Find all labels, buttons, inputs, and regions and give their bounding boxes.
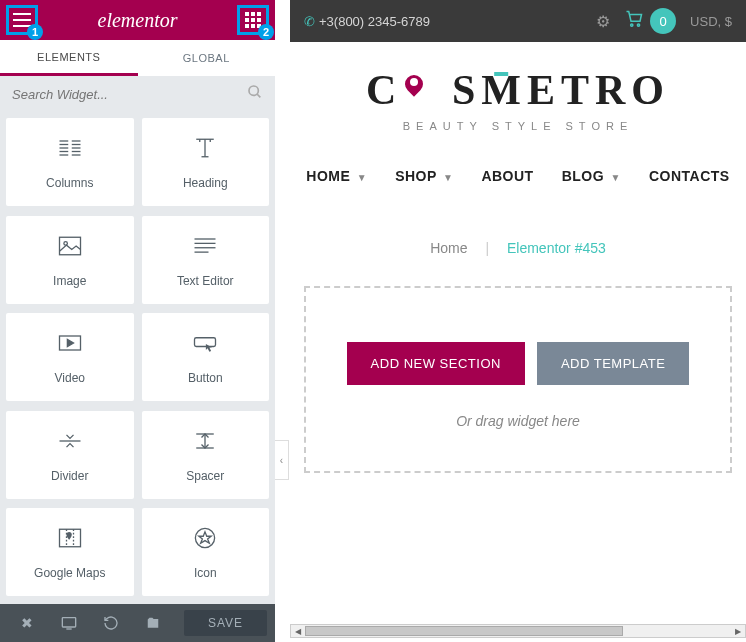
panel-header: 1 elementor 2 <box>0 0 275 40</box>
cart-count: 0 <box>650 8 676 34</box>
widget-label: Google Maps <box>34 566 105 580</box>
widget-divider[interactable]: Divider <box>6 411 134 499</box>
brand-accent-icon <box>494 72 508 76</box>
widgets-grid: ColumnsHeadingImageText EditorVideoButto… <box>0 112 275 604</box>
widget-label: Columns <box>46 176 93 190</box>
search-input[interactable] <box>12 87 247 102</box>
widget-spacer[interactable]: Spacer <box>142 411 270 499</box>
widget-label: Button <box>188 371 223 385</box>
site-topbar: ✆+3(800) 2345-6789 ⚙ 0 USD, $ <box>290 0 746 42</box>
search-bar <box>0 76 275 112</box>
svg-line-1 <box>257 94 260 97</box>
responsive-button[interactable] <box>50 609 88 637</box>
settings-icon[interactable]: ⚙ <box>596 12 610 31</box>
site-branding: C SMETRO BEAUTY STYLE STORE <box>290 42 746 150</box>
widget-label: Text Editor <box>177 274 234 288</box>
widget-label: Video <box>55 371 85 385</box>
annotation-number: 2 <box>258 24 274 40</box>
breadcrumb-current: Elementor #453 <box>507 240 606 256</box>
text-editor-icon <box>191 232 219 264</box>
widget-label: Image <box>53 274 86 288</box>
phone-number: ✆+3(800) 2345-6789 <box>304 14 430 29</box>
nav-item-home[interactable]: HOME ▼ <box>306 168 367 184</box>
cart-button[interactable]: 0 <box>624 8 676 34</box>
heading-icon <box>191 134 219 166</box>
close-button[interactable]: ✖ <box>8 609 46 637</box>
chevron-down-icon: ▼ <box>443 172 453 183</box>
widget-label: Spacer <box>186 469 224 483</box>
columns-icon <box>56 134 84 166</box>
chevron-down-icon: ▼ <box>611 172 621 183</box>
templates-button[interactable] <box>134 609 172 637</box>
annotation-box-1: 1 <box>6 5 38 35</box>
widget-button[interactable]: Button <box>142 313 270 401</box>
breadcrumb: Home | Elementor #453 <box>290 202 746 286</box>
video-icon <box>56 329 84 361</box>
google-maps-icon <box>56 524 84 556</box>
tab-global[interactable]: GLOBAL <box>138 40 276 76</box>
widget-label: Divider <box>51 469 88 483</box>
widget-label: Icon <box>194 566 217 580</box>
image-icon <box>56 232 84 264</box>
elementor-panel: 1 elementor 2 ELEMENTS GLOBAL ColumnsHea… <box>0 0 275 642</box>
nav-item-shop[interactable]: SHOP ▼ <box>395 168 453 184</box>
drop-hint: Or drag widget here <box>326 413 710 429</box>
history-button[interactable] <box>92 609 130 637</box>
currency-selector[interactable]: USD, $ <box>690 14 732 29</box>
elementor-logo: elementor <box>98 9 178 32</box>
annotation-box-2: 2 <box>237 5 269 35</box>
svg-rect-17 <box>59 237 80 255</box>
svg-rect-25 <box>195 338 216 347</box>
nav-item-contacts[interactable]: CONTACTS <box>649 168 730 184</box>
breadcrumb-separator: | <box>485 240 489 256</box>
tab-elements[interactable]: ELEMENTS <box>0 40 138 76</box>
scroll-right-arrow[interactable]: ▶ <box>731 625 745 637</box>
scrollbar-thumb[interactable] <box>305 626 623 636</box>
widgets-grid-button[interactable]: 2 <box>241 9 265 31</box>
nav-item-about[interactable]: ABOUT <box>481 168 533 184</box>
svg-point-35 <box>637 23 639 25</box>
button-icon <box>191 329 219 361</box>
panel-tabs: ELEMENTS GLOBAL <box>0 40 275 76</box>
widget-image[interactable]: Image <box>6 216 134 304</box>
horizontal-scrollbar[interactable]: ◀ ▶ <box>290 624 746 638</box>
spacer-icon <box>191 427 219 459</box>
nav-item-blog[interactable]: BLOG ▼ <box>562 168 621 184</box>
add-template-button[interactable]: ADD TEMPLATE <box>537 342 689 385</box>
drop-buttons: ADD NEW SECTION ADD TEMPLATE <box>326 342 710 385</box>
icon-icon <box>191 524 219 556</box>
svg-rect-32 <box>62 618 75 627</box>
widget-heading[interactable]: Heading <box>142 118 270 206</box>
save-button[interactable]: SAVE <box>184 610 267 636</box>
main-nav: HOME ▼SHOP ▼ABOUTBLOG ▼CONTACTS <box>290 150 746 202</box>
brand-name: C SMETRO <box>366 67 670 113</box>
preview-frame: ✆+3(800) 2345-6789 ⚙ 0 USD, $ C SMETRO B… <box>290 0 746 625</box>
phone-icon: ✆ <box>304 14 315 29</box>
widget-label: Heading <box>183 176 228 190</box>
widget-icon[interactable]: Icon <box>142 508 270 596</box>
cart-icon <box>624 10 644 33</box>
panel-footer: ✖ SAVE <box>0 604 275 642</box>
divider-icon <box>56 427 84 459</box>
svg-marker-24 <box>67 340 73 347</box>
drop-area[interactable]: ADD NEW SECTION ADD TEMPLATE Or drag wid… <box>304 286 732 473</box>
widget-columns[interactable]: Columns <box>6 118 134 206</box>
widget-text-editor[interactable]: Text Editor <box>142 216 270 304</box>
breadcrumb-home[interactable]: Home <box>430 240 467 256</box>
scroll-left-arrow[interactable]: ◀ <box>291 625 305 637</box>
menu-button[interactable]: 1 <box>10 9 34 31</box>
add-section-button[interactable]: ADD NEW SECTION <box>347 342 525 385</box>
svg-point-0 <box>249 86 258 95</box>
collapse-panel-button[interactable]: ‹ <box>275 440 289 480</box>
widget-video[interactable]: Video <box>6 313 134 401</box>
svg-point-34 <box>631 23 633 25</box>
brand-logo[interactable]: C SMETRO <box>366 66 670 114</box>
chevron-down-icon: ▼ <box>357 172 367 183</box>
brand-tagline: BEAUTY STYLE STORE <box>290 120 746 132</box>
annotation-number: 1 <box>27 24 43 40</box>
search-icon <box>247 84 263 104</box>
widget-google-maps[interactable]: Google Maps <box>6 508 134 596</box>
